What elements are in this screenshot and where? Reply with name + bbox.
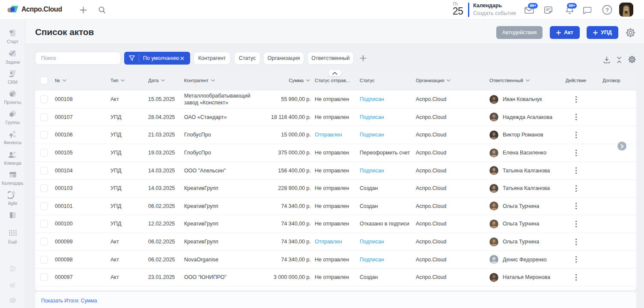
svg-text:?: ?	[605, 7, 609, 13]
